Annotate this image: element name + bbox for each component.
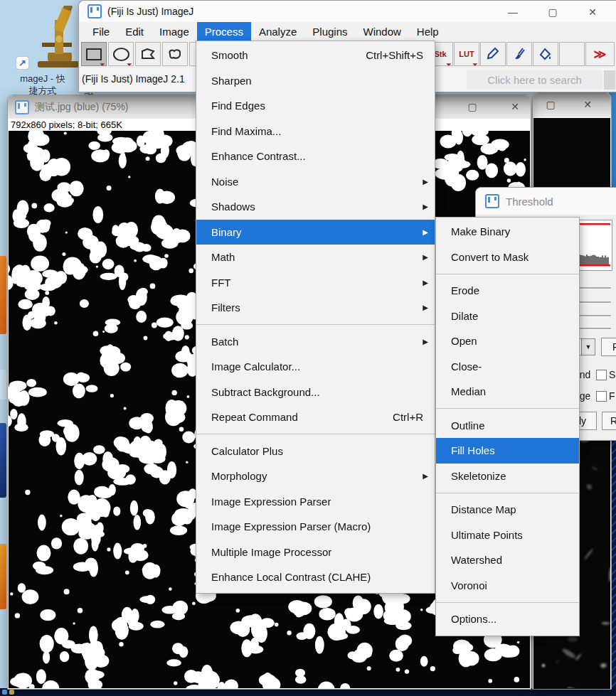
- taskbar-dot-2: [9, 690, 14, 695]
- menu-item-label: Find Edges: [211, 100, 428, 112]
- menu-item-find-maxima[interactable]: Find Maxima...: [196, 119, 435, 144]
- menu-item-find-edges[interactable]: Find Edges: [196, 93, 435, 119]
- menu-item-enhance-local-contrast-clahe[interactable]: Enhance Local Contrast (CLAHE): [196, 564, 435, 590]
- menu-item-subtract-background[interactable]: Subtract Background...: [196, 380, 435, 405]
- menu-item-open[interactable]: Open: [436, 328, 579, 354]
- menu-item-image-calculator[interactable]: Image Calculator...: [196, 354, 435, 380]
- menu-item-options[interactable]: Options...: [436, 606, 579, 632]
- menu-item-math[interactable]: Math▶: [196, 245, 435, 270]
- menu-item-close[interactable]: Close-: [436, 354, 579, 380]
- menu-item-outline[interactable]: Outline: [436, 413, 579, 439]
- menubar-item-edit[interactable]: Edit: [117, 22, 152, 41]
- maximize-button[interactable]: ▢: [533, 1, 573, 24]
- menu-item-shortcut: Ctrl+Shift+S: [366, 49, 423, 61]
- paintbrush-tool-button[interactable]: [506, 42, 532, 66]
- close-button[interactable]: ✕: [504, 95, 526, 119]
- menu-item-erode[interactable]: Erode: [436, 278, 579, 304]
- lut-label: LUT: [459, 50, 474, 58]
- menu-item-shadows[interactable]: Shadows▶: [196, 194, 435, 220]
- close-button[interactable]: ✕: [573, 1, 612, 24]
- minimize-button[interactable]: —: [493, 1, 533, 24]
- menu-item-noise[interactable]: Noise▶: [196, 169, 435, 195]
- menu-item-filters[interactable]: Filters▶: [196, 295, 435, 321]
- menu-separator: [436, 488, 579, 497]
- raw-values-checkbox[interactable]: [596, 391, 607, 402]
- menu-item-label: Skeletonize: [451, 470, 572, 482]
- main-titlebar[interactable]: (Fiji Is Just) ImageJ — ▢ ✕: [79, 1, 616, 22]
- desktop-icon-sliver-2[interactable]: [0, 370, 6, 400]
- menu-item-smooth[interactable]: SmoothCtrl+Shift+S: [196, 43, 435, 68]
- menubar-item-plugins[interactable]: Plugins: [304, 22, 355, 41]
- menubar-item-help[interactable]: Help: [409, 22, 447, 41]
- stack-histogram-checkbox[interactable]: [596, 370, 607, 380]
- menu-item-dilate[interactable]: Dilate: [436, 304, 579, 329]
- menu-item-ultimate-points[interactable]: Ultimate Points: [436, 523, 579, 548]
- menubar-item-process[interactable]: Process: [197, 22, 251, 41]
- menu-item-image-expression-parser[interactable]: Image Expression Parser: [196, 489, 435, 515]
- stk-label: Stk: [434, 50, 446, 58]
- maximize-button[interactable]: ▢: [462, 95, 483, 119]
- menu-item-image-expression-parser-macro[interactable]: Image Expression Parser (Macro): [196, 514, 435, 540]
- threshold-r-button[interactable]: R: [601, 338, 616, 356]
- threshold-titlebar[interactable]: Threshold: [476, 188, 616, 215]
- more-tools-button[interactable]: ≫: [585, 42, 615, 66]
- menu-separator: [436, 598, 579, 606]
- menu-item-morphology[interactable]: Morphology▶: [196, 464, 435, 489]
- menu-item-calculator-plus[interactable]: Calculator Plus: [196, 439, 435, 464]
- menu-item-label: Median: [451, 385, 572, 397]
- menu-item-label: Fill Holes: [451, 444, 572, 456]
- menu-item-label: Image Calculator...: [211, 360, 428, 373]
- reset-button-fragment[interactable]: Re: [602, 412, 616, 430]
- image-window-2-titlebar[interactable]: ▢ ✕: [533, 93, 611, 117]
- freehand-tool-button[interactable]: [162, 42, 188, 66]
- tool-options-triangle: [97, 58, 105, 66]
- binary-submenu: Make BinaryConvert to MaskErodeDilateOpe…: [435, 217, 580, 636]
- menu-item-fill-holes[interactable]: Fill Holes: [436, 438, 579, 464]
- menu-item-sharpen[interactable]: Sharpen: [196, 68, 435, 94]
- image-window-title: 测试.jpg (blue) (75%): [35, 101, 129, 114]
- search-box[interactable]: Click here to search: [467, 70, 602, 90]
- menu-item-convert-to-mask[interactable]: Convert to Mask: [436, 245, 579, 270]
- menu-item-make-binary[interactable]: Make Binary: [436, 219, 579, 245]
- menu-item-watershed[interactable]: Watershed: [436, 547, 579, 573]
- menu-item-distance-map[interactable]: Distance Map: [436, 497, 579, 523]
- menu-item-shortcut: Ctrl+R: [393, 411, 423, 423]
- menu-item-multiple-image-processor[interactable]: Multiple Image Processor: [196, 540, 435, 565]
- menubar-item-analyze[interactable]: Analyze: [251, 22, 304, 41]
- menu-item-label: Dilate: [451, 310, 572, 322]
- shortcut-arrow-icon: ↗: [16, 57, 28, 69]
- lut-tool-button[interactable]: LUT: [454, 42, 479, 66]
- menu-item-repeat-command[interactable]: Repeat CommandCtrl+R: [196, 405, 435, 430]
- desktop-icon-sliver-3[interactable]: [0, 423, 6, 498]
- menu-item-median[interactable]: Median: [436, 379, 579, 405]
- flood-fill-tool-button[interactable]: [533, 42, 558, 66]
- menu-item-skeletonize[interactable]: Skeletonize: [436, 464, 579, 489]
- version-status-text: (Fiji Is Just) ImageJ 2.1: [82, 73, 203, 85]
- imagej-icon: [15, 100, 29, 114]
- menu-item-label: Make Binary: [451, 225, 572, 237]
- desktop-icon-sliver-1[interactable]: [0, 256, 6, 334]
- menu-item-fft[interactable]: FFT▶: [196, 270, 435, 296]
- menu-item-binary[interactable]: Binary▶: [196, 220, 435, 245]
- dropdown-arrow-icon[interactable]: ▼: [581, 339, 595, 355]
- menu-item-enhance-contrast[interactable]: Enhance Contrast...: [196, 144, 435, 169]
- close-button[interactable]: ✕: [577, 93, 598, 117]
- menubar-item-window[interactable]: Window: [356, 22, 409, 41]
- maximize-button[interactable]: ▢: [540, 93, 561, 117]
- menu-item-label: Erode: [451, 284, 572, 296]
- pencil-tool-button[interactable]: [480, 42, 506, 66]
- menu-separator: [436, 405, 579, 413]
- polygon-tool-button[interactable]: [135, 42, 161, 66]
- rectangle-tool-button[interactable]: [81, 42, 107, 66]
- oval-tool-button[interactable]: [108, 42, 134, 66]
- search-side-block: [604, 70, 615, 90]
- tool-options-triangle: [470, 58, 478, 66]
- raw-label-fragment: F: [609, 390, 615, 402]
- menubar-item-file[interactable]: File: [85, 22, 117, 41]
- menu-item-batch[interactable]: Batch▶: [196, 329, 435, 355]
- empty-tool-button[interactable]: [559, 42, 585, 66]
- menubar-item-image[interactable]: Image: [152, 22, 197, 41]
- main-window-title: (Fiji Is Just) ImageJ: [107, 6, 193, 17]
- desktop-icon-sliver-4[interactable]: [0, 544, 6, 609]
- menu-item-voronoi[interactable]: Voronoi: [436, 573, 579, 599]
